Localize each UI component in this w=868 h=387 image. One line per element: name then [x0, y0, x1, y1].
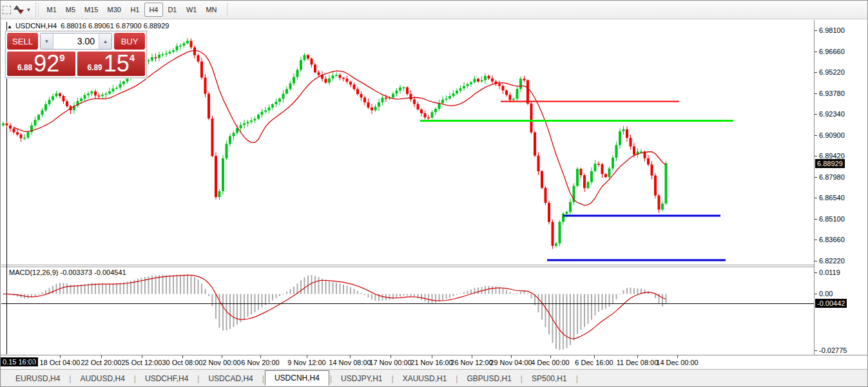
price-axis-tick [815, 156, 817, 156]
volume-increase-button[interactable]: ▲ [99, 33, 111, 49]
tab-gbpusdh1[interactable]: GBPUSD,H1 [458, 372, 519, 386]
time-axis-label: 9 Nov 12:00 [287, 359, 325, 366]
time-axis-label: 17 Nov 00:00 [369, 359, 411, 366]
one-click-trading-widget: SELL ▼ 3.00 ▲ BUY 6.88 92 9 6.89 15 4 [5, 31, 147, 78]
time-axis-tick [142, 355, 142, 358]
chart-tab-bar: EURUSD,H4|AUDUSD,H4|USDCHF,H4|USDCAD,H4|… [1, 369, 868, 387]
price-axis[interactable]: 6.981006.966606.952206.937806.923406.909… [814, 20, 868, 355]
current-price-badge: 6.88929 [815, 159, 845, 168]
macd-axis-tick [815, 272, 817, 273]
price-axis-label: 6.83660 [819, 236, 845, 243]
price-axis-label: 6.90900 [819, 131, 845, 139]
price-axis-label: 6.98100 [819, 26, 845, 34]
time-axis-label: 25 Oct 12:00 [122, 359, 162, 366]
macd-axis-tick [815, 294, 817, 294]
time-axis-tick [472, 355, 472, 358]
price-axis-tick [815, 177, 817, 178]
time-axis-tick [60, 355, 61, 358]
buy-price-big: 15 [104, 53, 130, 74]
macd-axis-label: -0.02775 [819, 346, 847, 354]
time-axis-tick [101, 355, 102, 358]
macd-axis-tick [815, 350, 817, 351]
price-axis-tick [815, 30, 817, 31]
time-axis-tick [307, 355, 307, 358]
price-axis-tick [815, 261, 817, 261]
tab-sp500h1[interactable]: SP500,H1 [523, 372, 575, 386]
buy-price-pip: 4 [130, 52, 135, 63]
time-axis-tick [677, 355, 678, 358]
volume-stepper: ▼ 3.00 ▲ [40, 33, 112, 50]
volume-decrease-button[interactable]: ▼ [41, 33, 53, 49]
volume-input[interactable]: 3.00 [53, 33, 99, 49]
chart-ohlc-text: USDCNH,H4 6.88016 6.89061 6.87900 6.8892… [15, 22, 169, 30]
price-axis-label: 6.92340 [819, 110, 845, 118]
macd-axis-label: 0.00 [819, 290, 833, 297]
chart-marker-icon: ▲ [7, 24, 12, 30]
price-axis-tick [815, 72, 817, 73]
buy-button[interactable]: BUY [114, 33, 145, 50]
tab-usdcnhh4[interactable]: USDCNH,H4 [265, 370, 329, 386]
time-axis-label-partial: 8 [31, 359, 35, 366]
time-axis[interactable]: 18 Oct 04:0022 Oct 20:0025 Oct 12:0030 O… [1, 355, 868, 369]
tab-usdchfh4[interactable]: USDCHF,H4 [137, 372, 197, 386]
time-axis-tick [594, 355, 595, 358]
price-axis-label: 6.95220 [819, 68, 845, 76]
chart-area: ▲USDCNH,H4 6.88016 6.89061 6.87900 6.889… [1, 1, 867, 386]
macd-level-badge: -0.00442 [815, 299, 847, 308]
price-axis-tick [815, 198, 817, 198]
time-axis-tick [432, 355, 432, 358]
sell-price-panel[interactable]: 6.88 92 9 [7, 52, 75, 76]
price-axis-label: 6.86540 [819, 194, 845, 202]
tab-eurusdh4[interactable]: EURUSD,H4 [7, 372, 68, 386]
price-axis-label: 6.96660 [819, 48, 845, 55]
buy-price-panel[interactable]: 6.89 15 4 [77, 52, 146, 76]
sell-price-prefix: 6.88 [17, 62, 32, 74]
price-axis-tick [815, 93, 817, 94]
time-axis-tick [550, 355, 551, 358]
time-axis-label: 4 Dec 00:00 [531, 359, 569, 366]
buy-price-prefix: 6.89 [87, 62, 102, 74]
time-axis-label: 6 Dec 16:00 [575, 359, 613, 366]
time-axis-label: 11 Dec 08:00 [617, 359, 659, 366]
time-axis-tick [182, 355, 183, 358]
mt4-window: ▾ M1M5M15M30H1H4D1W1MN ▲USDCNH,H4 6.8801… [0, 0, 868, 387]
tab-audusdh4[interactable]: AUDUSD,H4 [72, 372, 133, 386]
price-axis-label: 6.85100 [819, 215, 845, 223]
tab-xauusdh1[interactable]: XAUUSD,H1 [394, 372, 456, 386]
price-axis-tick [815, 135, 817, 136]
time-axis-label: 6 Nov 20:00 [241, 359, 279, 366]
price-axis-label: 6.93780 [819, 90, 845, 97]
time-axis-label: 30 Oct 08:00 [162, 359, 203, 366]
price-axis-tick [815, 52, 817, 52]
time-axis-label: 21 Nov 16:00 [410, 359, 452, 366]
time-axis-label: 29 Nov 04:00 [490, 359, 532, 366]
sell-price-big: 92 [34, 53, 59, 74]
sell-button[interactable]: SELL [7, 33, 38, 50]
tab-separator: | [575, 374, 579, 383]
sell-price-pip: 9 [59, 52, 64, 63]
time-axis-label: 2 Nov 00:00 [202, 359, 240, 366]
time-axis-tick [350, 355, 351, 358]
time-axis-tick [511, 355, 512, 358]
time-axis-label: 18 Oct 04:00 [40, 359, 81, 366]
macd-indicator-label: MACD(12,26,9) -0.003373 -0.004541 [9, 269, 126, 276]
time-axis-tick [222, 355, 222, 358]
tab-usdcadh4[interactable]: USDCAD,H4 [200, 372, 261, 386]
price-axis-label: 6.87980 [819, 173, 845, 181]
price-axis-tick [815, 219, 817, 220]
price-axis-label: 6.82220 [819, 257, 845, 265]
time-axis-label: 26 Nov 12:00 [450, 359, 492, 366]
price-axis-tick [815, 240, 817, 240]
time-axis-tick [260, 355, 261, 358]
time-axis-label: 14 Nov 08:00 [329, 359, 371, 366]
price-axis-tick [815, 114, 817, 115]
tab-usdjpyh1[interactable]: USDJPY,H1 [333, 372, 391, 386]
time-axis-label: 22 Oct 20:00 [81, 359, 122, 366]
time-axis-tick [391, 355, 391, 358]
macd-axis-label: 0.0119 [819, 269, 840, 276]
chart-header: ▲USDCNH,H4 6.88016 6.89061 6.87900 6.889… [7, 22, 169, 30]
time-axis-tick [637, 355, 638, 358]
time-axis-label: 14 Dec 00:00 [656, 359, 698, 366]
